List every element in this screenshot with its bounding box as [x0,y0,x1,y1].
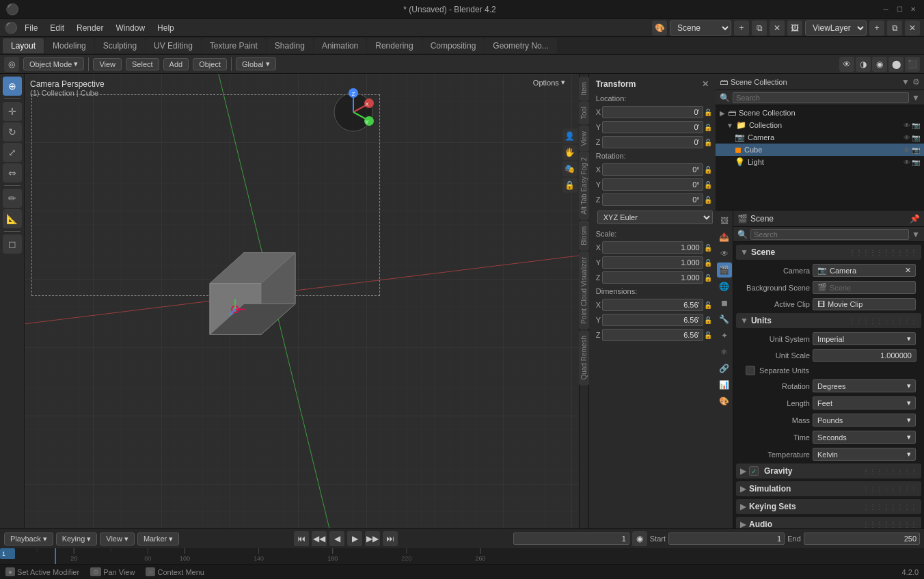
jump-to-end-btn[interactable]: ⏭ [383,531,398,546]
marker-dropdown[interactable]: Marker ▾ [137,533,179,546]
jump-to-start-btn[interactable]: ⏮ [294,531,309,546]
lock-icon-12[interactable]: 🔓 [703,332,713,339]
scene-section-header[interactable]: ▼ Scene ⋮⋮⋮⋮⋮⋮⋮⋮⋮⋮ [736,245,921,260]
vp-tab-pcv[interactable]: Point Cloud Visualizer [579,252,589,329]
audio-section-header[interactable]: ▶ Audio ⋮⋮⋮⋮⋮⋮⋮⋮ [736,517,921,528]
prop-icon-output[interactable]: 📤 [717,230,732,245]
cam-icon-col[interactable]: 📷 [912,122,920,129]
scale-x-input[interactable] [602,241,703,254]
cam-icon-cam[interactable]: 📷 [912,134,920,142]
lock-icon-8[interactable]: 🔓 [703,259,713,267]
menu-render[interactable]: Render [71,21,109,35]
prev-frame-btn[interactable]: ◀◀ [312,531,327,546]
tool-add-cube[interactable]: ◻ [3,234,22,254]
lock-icon-1[interactable]: 🔓 [703,109,713,116]
options-button[interactable]: Options ▾ [533,78,565,87]
mass-dropdown[interactable]: Pounds ▾ [813,414,916,427]
transform-dropdown[interactable]: Global ▾ [236,57,276,70]
lock-icon-11[interactable]: 🔓 [703,317,713,324]
tree-light[interactable]: 💡 Light 👁 📷 [716,156,924,168]
viewport[interactable]: Camera Perspective (1) Collection | Cube [25,74,579,528]
playback-dropdown[interactable]: Playback ▾ [4,533,53,546]
lock-icon-3[interactable]: 🔓 [703,139,713,146]
scene-new[interactable]: + [734,21,749,36]
tree-camera[interactable]: 📷 Camera 👁 📷 [716,131,924,144]
prop-icon-modifier[interactable]: 🔧 [717,312,732,327]
lock-icon-6[interactable]: 🔓 [703,196,713,204]
tab-layout[interactable]: Layout [3,38,44,53]
play-btn[interactable]: ▶ [347,531,362,546]
transform-close[interactable]: ✕ [702,79,709,89]
viewport-area[interactable]: Camera Perspective (1) Collection | Cube [25,74,716,528]
tool-rotate[interactable]: ↻ [3,122,22,142]
temperature-dropdown[interactable]: Kelvin ▾ [813,448,916,461]
scale-z-input[interactable] [602,271,703,284]
tool-measure[interactable]: 📐 [3,209,22,228]
overlay-icon[interactable]: 👁 [839,57,854,72]
mode-icon[interactable]: ◎ [4,57,19,72]
close-button[interactable]: ✕ [908,4,919,15]
unit-system-dropdown[interactable]: Imperial ▾ [813,332,916,345]
tool-scale[interactable]: ⤢ [3,143,22,162]
rotation-x-input[interactable] [602,163,703,176]
select-menu[interactable]: Select [126,58,159,70]
timeline-view-dropdown[interactable]: View ▾ [100,533,135,546]
eye-icon-col[interactable]: 👁 [903,122,910,129]
add-menu[interactable]: Add [163,58,189,70]
shading-icon-3[interactable]: ⬤ [888,57,903,72]
cam-icon-cube[interactable]: 📷 [912,146,920,154]
separate-units-checkbox[interactable] [746,366,755,375]
menu-window[interactable]: Window [110,21,150,35]
scene-select[interactable]: Scene [670,21,731,36]
props-search-filter[interactable]: ▼ [912,230,920,239]
vp-icon-4[interactable]: 🔒 [562,178,578,193]
prop-icon-view[interactable]: 👁 [717,246,732,261]
vp-icon-2[interactable]: 🖐 [562,145,578,160]
rotation-unit-dropdown[interactable]: Degrees ▾ [813,379,916,392]
object-mode-dropdown[interactable]: Object Mode ▾ [23,57,84,70]
menu-blender[interactable]: ⚫ [4,21,18,34]
viewlayer-copy[interactable]: ⧉ [887,21,902,36]
tab-compositing[interactable]: Compositing [422,38,485,53]
vp-tab-quad-remesh[interactable]: Quad Remesh [579,330,589,385]
dim-z-input[interactable] [602,329,703,341]
dim-x-input[interactable] [602,299,703,311]
prop-icon-render[interactable]: 🖼 [717,213,732,228]
shading-icon-4[interactable]: ⬛ [905,57,920,72]
lock-icon-2[interactable]: 🔓 [703,124,713,131]
lock-icon-4[interactable]: 🔓 [703,166,713,174]
shading-icon-1[interactable]: ◑ [856,57,871,72]
time-dropdown[interactable]: Seconds ▾ [813,431,916,444]
lock-icon-10[interactable]: 🔓 [703,301,713,309]
tool-annotate[interactable]: ✏ [3,189,22,208]
tab-modeling[interactable]: Modeling [44,38,94,53]
shading-icon-2[interactable]: ◉ [872,57,887,72]
properties-search-input[interactable] [750,229,909,240]
eye-icon-light[interactable]: 👁 [903,159,910,166]
tab-geometry-nodes[interactable]: Geometry No... [485,38,556,53]
start-frame-input[interactable] [668,533,785,545]
maximize-button[interactable]: ☐ [894,4,905,15]
header-icon-1[interactable]: 🎨 [652,21,667,36]
tab-rendering[interactable]: Rendering [367,38,421,53]
prop-icon-physics[interactable]: ⚛ [717,345,732,360]
play-reverse-btn[interactable]: ◀ [329,531,344,546]
menu-edit[interactable]: Edit [44,21,70,35]
outliner-filter-icon[interactable]: ▼ [901,77,910,87]
active-clip-value[interactable]: 🎞 Movie Clip [813,298,916,310]
scene-delete[interactable]: ✕ [770,21,785,36]
eye-icon-cam[interactable]: 👁 [903,134,910,142]
location-z-input[interactable] [602,136,703,148]
tab-animation[interactable]: Animation [314,38,366,53]
rotation-mode-dropdown[interactable]: XYZ Euler [597,211,713,224]
tree-collection[interactable]: ▼ 📁 Collection 👁 📷 [716,119,924,131]
vp-icon-3[interactable]: 🎭 [562,161,578,176]
eye-icon-cube[interactable]: 👁 [903,146,910,154]
outliner-filter-btn[interactable]: ▼ [912,93,920,103]
current-frame-input[interactable] [513,533,629,545]
menu-help[interactable]: Help [152,21,180,35]
rotation-z-input[interactable] [602,193,703,206]
scale-y-input[interactable] [602,256,703,269]
outliner-settings-icon[interactable]: ⚙ [912,77,920,87]
vp-tab-item[interactable]: Item [579,77,589,100]
